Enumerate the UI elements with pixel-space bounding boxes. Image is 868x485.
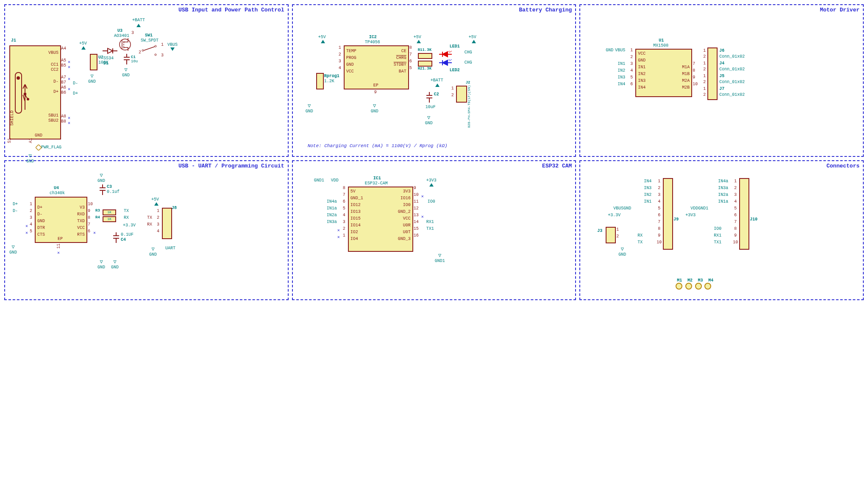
p-in4: IN4 [638, 85, 645, 90]
val-U1: MX1508 [653, 43, 668, 48]
svg-point-7 [155, 54, 156, 56]
p: CTS [37, 232, 45, 237]
block-title: Motor Driver [820, 7, 860, 13]
pin-sbu1: SBU1 [48, 113, 58, 118]
p: DTR [37, 226, 45, 230]
net: IN4a [718, 179, 728, 184]
pn: 6 [88, 229, 90, 234]
ref-U2: U2 [98, 55, 103, 60]
net-dp: D+ [13, 202, 18, 206]
val-C2: 10uF [426, 105, 436, 109]
net-in1a: IN1a [327, 206, 337, 211]
power-arrow-icon [417, 40, 421, 43]
p-bat: BAT [399, 69, 406, 74]
ref-R4: R4 [95, 215, 100, 220]
net-batt: +BATT [132, 18, 145, 22]
pn: 1 [703, 48, 706, 53]
val-C3: 0.1uf [107, 190, 120, 194]
component-R3: 1K [103, 209, 116, 215]
pn8: 8 [409, 45, 412, 50]
led-icon [439, 59, 452, 66]
ref-R3: R3 [95, 209, 100, 213]
block-connectors: Connectors J9 1 2 3 4 5 6 7 8 9 10 IN4 I… [579, 160, 864, 300]
charging-note: Note: Charging Current (mA) = 1100(V) / … [308, 143, 448, 148]
component-R2 [418, 61, 432, 67]
p: VCC [403, 216, 411, 221]
pn1: 1 [339, 45, 341, 50]
component-IC1: 5V GND_1 IO12 IO13 IO15 IO14 IO2 IO4 3V3… [348, 187, 413, 252]
pn: 1 [157, 209, 159, 213]
capacitor-icon [426, 92, 432, 103]
pn: 6 [343, 199, 345, 204]
ref-J2: J2 [466, 81, 470, 85]
pn: 6 [734, 213, 737, 217]
pn: 9 [88, 209, 90, 213]
net: IN2a [718, 192, 728, 197]
p-ep: EP [58, 237, 63, 241]
net-in4a: IN4a [327, 199, 337, 204]
block-esp32: ESP32 CAM IC1 ESP32-CAM 5V GND_1 IO12 IO… [292, 160, 576, 300]
p-vcc: VCC [346, 69, 354, 74]
p-m2a: M2A [682, 78, 690, 83]
gnd-symbol: GND [97, 259, 105, 270]
p-stdby: STDBY [394, 62, 406, 67]
p-ce: CE [401, 49, 406, 53]
pn: 1 [703, 74, 706, 78]
nc-x: ✕ [25, 223, 28, 229]
power-arrow-icon [429, 183, 434, 187]
nc-x: ✕ [68, 76, 70, 81]
pn: 9 [693, 75, 695, 80]
p: TXD [77, 219, 85, 223]
pn: 5 [658, 206, 660, 211]
p: U0R [403, 223, 411, 228]
net-chg: CHG [465, 50, 472, 55]
val-SW1: SW_SPDT [141, 38, 159, 43]
power-arrow-icon [154, 202, 159, 206]
p: U0T [403, 230, 411, 234]
pn-b5: B5 [61, 63, 66, 68]
ref-J4: J4 [719, 61, 724, 66]
pwrflag-icon [36, 145, 42, 151]
pn: 5 [734, 206, 737, 211]
p-m1a: M1A [682, 65, 690, 70]
p: IO4 [351, 237, 358, 241]
pn: 7 [658, 220, 660, 224]
pn: 8 [343, 186, 345, 190]
ref-D1: D1 [103, 61, 108, 66]
pn: 1 [658, 179, 660, 184]
net-vbus: VBUS [167, 42, 178, 47]
component-U1: VCC GND IN1 IN2 IN3 IN4 M1A M1B M2A M2B [635, 49, 692, 97]
pn: 4 [734, 199, 737, 204]
net: +3V3 [685, 213, 696, 217]
component-IC2: TEMP PROG GND VCC CE CHRG STDBY BAT EP [344, 45, 409, 89]
pn7: 7 [409, 52, 412, 57]
pin-vbus: VBUS [48, 50, 58, 55]
pn: 6 [658, 213, 660, 217]
pn9: 9 [374, 90, 377, 95]
pn: 16 [414, 233, 419, 238]
component-J2 [456, 86, 467, 103]
net-in2: IN2 [618, 68, 625, 73]
ref-R1: R11.3K [418, 48, 431, 52]
net-gnd: GND [606, 48, 613, 53]
ref-C1: C1 [131, 55, 136, 59]
pn: 5 [30, 229, 32, 234]
pn-s1: S1 [7, 138, 12, 143]
component-U2 [90, 54, 97, 70]
pn: 2 [616, 234, 619, 239]
net-3v3: +3V3 [426, 178, 437, 183]
p-ep: EP [373, 83, 378, 88]
block-title: Battery Charging [519, 7, 572, 13]
j2-p1: 1 [451, 86, 454, 91]
pn-a5: A5 [61, 58, 66, 63]
component-R4: 1K [103, 216, 116, 222]
pin-shield: SHIELD [10, 110, 14, 125]
ref-IC1: IC1 [373, 176, 381, 181]
gnd-symbol: GND [149, 246, 157, 257]
nc-x: ✕ [337, 234, 340, 240]
net: RX1 [714, 233, 721, 238]
pn-b7: B7 [61, 80, 66, 85]
gnd-symbol: GND [97, 172, 105, 183]
ref-J10: J10 [750, 217, 757, 222]
p-m2b: M2B [682, 85, 690, 90]
